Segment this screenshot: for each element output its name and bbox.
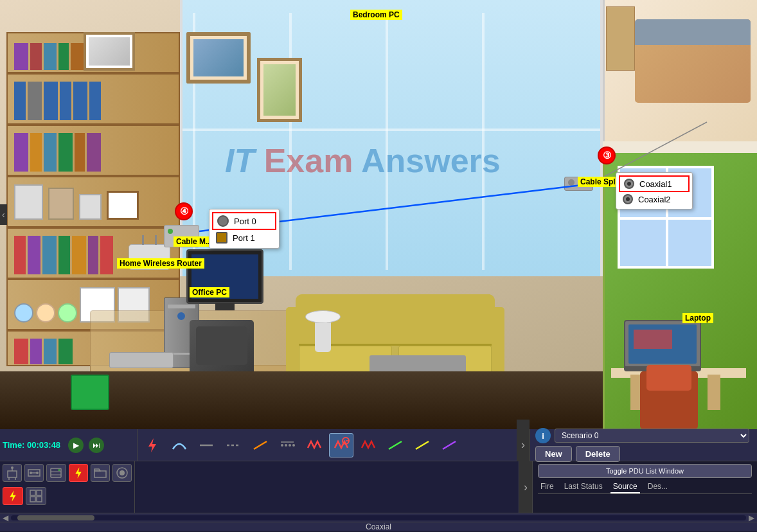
port-0-label: Port 0 <box>234 217 256 226</box>
svg-point-7 <box>281 444 283 447</box>
svg-marker-3 <box>148 438 156 452</box>
main-canvas: Bedroom PC Laptop <box>0 0 757 429</box>
svg-line-14 <box>389 441 402 449</box>
delete-button[interactable]: Delete <box>576 446 620 462</box>
home-wireless-router-label: Home Wireless Router <box>117 258 204 269</box>
server-icon-btn[interactable] <box>46 464 66 482</box>
toolbar-main: Time: 00:03:48 ▶ ⏭ <box>0 429 757 513</box>
scroll-thumb[interactable] <box>17 515 94 520</box>
svg-point-19 <box>11 466 13 469</box>
dotted-cable-tool[interactable] <box>275 433 299 457</box>
coaxial1-label: Coaxial1 <box>639 179 672 189</box>
coaxial1-icon <box>624 179 634 189</box>
spiral-cable-tool[interactable] <box>329 433 353 457</box>
fire-tab[interactable]: Fire <box>538 481 557 493</box>
pdu-panel <box>135 461 519 513</box>
office-pc-label: Office PC <box>190 287 229 297</box>
info-button[interactable]: i <box>535 428 551 443</box>
lightning-device-btn[interactable] <box>69 464 88 482</box>
destination-tab[interactable]: Des... <box>645 481 670 493</box>
svg-rect-17 <box>8 471 17 477</box>
nav-right-arrow-2[interactable]: › <box>519 461 532 513</box>
svg-marker-33 <box>10 490 15 501</box>
bedroom-pc-label: Bedroom PC <box>350 10 402 20</box>
device-icon-panel <box>0 461 135 513</box>
green-cable-tool[interactable] <box>383 433 407 457</box>
yellow-cable-tool[interactable] <box>410 433 434 457</box>
wave-cable-tool[interactable] <box>356 433 380 457</box>
toolbar-row2: › Toggle PDU List Window Fire Last Statu… <box>0 461 757 513</box>
laptop-label: Laptop <box>682 313 713 323</box>
svg-point-32 <box>120 470 125 475</box>
svg-point-10 <box>292 444 295 447</box>
cable-tools-row <box>138 429 517 461</box>
status-bar: Coaxial <box>0 522 757 531</box>
toolbar-row1: Time: 00:03:48 ▶ ⏭ <box>0 429 757 461</box>
circle-device-btn[interactable] <box>112 464 132 482</box>
dashed-cable-tool[interactable] <box>221 433 245 457</box>
port-0-option[interactable]: Port 0 <box>212 212 276 230</box>
cable-type-status: Coaxial <box>366 522 391 531</box>
svg-rect-37 <box>37 497 42 502</box>
port-0-icon <box>217 215 229 227</box>
svg-point-8 <box>285 444 287 447</box>
play-button[interactable]: ▶ <box>68 438 84 453</box>
zigzag-cable-tool[interactable] <box>302 433 326 457</box>
port-1-option[interactable]: Port 1 <box>212 230 276 245</box>
svg-marker-30 <box>75 467 81 478</box>
scroll-track[interactable] <box>11 515 746 520</box>
switch-icon-btn[interactable] <box>24 464 44 482</box>
port-popup[interactable]: Port 0 Port 1 <box>209 209 280 249</box>
collapse-left-btn[interactable]: ‹ <box>0 204 7 225</box>
lightning-bottom-btn[interactable] <box>3 487 23 505</box>
svg-point-24 <box>30 472 32 474</box>
step-3-circle: ③ <box>598 146 616 164</box>
lightning-tool[interactable] <box>140 433 165 457</box>
curved-cable-tool[interactable] <box>167 433 191 457</box>
svg-rect-34 <box>30 490 35 495</box>
svg-rect-35 <box>37 490 42 495</box>
coaxial2-label: Coaxial2 <box>638 195 671 204</box>
pdu-buttons: New Delete <box>535 446 749 462</box>
grid-bottom-btn[interactable] <box>26 487 46 505</box>
svg-line-15 <box>416 441 429 449</box>
time-display: Time: 00:03:48 <box>3 440 60 450</box>
port-1-icon <box>216 232 227 244</box>
svg-point-29 <box>58 469 60 471</box>
svg-rect-36 <box>30 497 35 502</box>
scenario-select[interactable]: Scenario 0 <box>555 429 749 443</box>
svg-point-9 <box>289 444 291 447</box>
network-icon-btn[interactable] <box>3 464 22 482</box>
device-icons-row <box>3 464 132 482</box>
new-button[interactable]: New <box>535 446 572 462</box>
svg-line-6 <box>254 441 267 449</box>
purple-cable-tool[interactable] <box>437 433 461 457</box>
port-1-label: Port 1 <box>233 233 255 243</box>
coaxial2-option[interactable]: Coaxial2 <box>619 192 690 206</box>
scroll-area[interactable]: ◀ ▶ <box>0 513 757 522</box>
last-status-tab[interactable]: Last Status <box>562 481 605 493</box>
right-panel-top: i Scenario 0 <box>535 428 749 443</box>
svg-point-25 <box>36 472 39 474</box>
fast-forward-button[interactable]: ⏭ <box>89 438 104 453</box>
coaxial-popup[interactable]: Coaxial1 Coaxial2 <box>616 172 693 209</box>
toggle-pdu-button[interactable]: Toggle PDU List Window <box>538 464 752 478</box>
orange-cable-tool[interactable] <box>248 433 272 457</box>
svg-line-16 <box>443 441 456 449</box>
straight-cable-tool[interactable] <box>194 433 218 457</box>
pdu-tabs: Fire Last Status Source Des... <box>538 481 752 494</box>
folder-icon-btn[interactable] <box>91 464 110 482</box>
source-tab[interactable]: Source <box>610 481 640 493</box>
step-4-circle: ④ <box>175 202 193 220</box>
coaxial2-icon <box>623 194 633 204</box>
coaxial1-option[interactable]: Coaxial1 <box>619 175 690 192</box>
